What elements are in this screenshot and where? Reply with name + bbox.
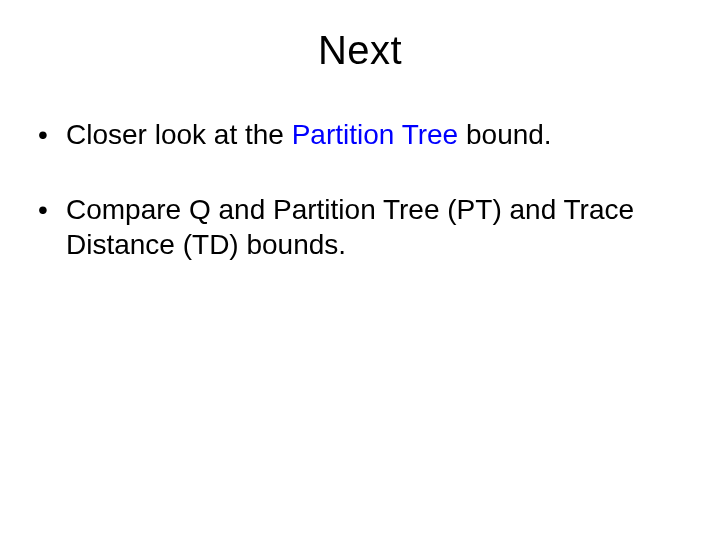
bullet-text-highlight: Partition Tree [292, 119, 459, 150]
bullet-item: Closer look at the Partition Tree bound. [30, 117, 690, 152]
slide-body: Closer look at the Partition Tree bound.… [0, 73, 720, 262]
bullet-list: Closer look at the Partition Tree bound.… [30, 117, 690, 262]
bullet-text-pre: Compare Q and Partition Tree (PT) and Tr… [66, 194, 634, 260]
slide: Next Closer look at the Partition Tree b… [0, 0, 720, 540]
bullet-text-pre: Closer look at the [66, 119, 292, 150]
bullet-text-post: bound. [458, 119, 551, 150]
slide-title: Next [0, 0, 720, 73]
bullet-item: Compare Q and Partition Tree (PT) and Tr… [30, 192, 690, 262]
